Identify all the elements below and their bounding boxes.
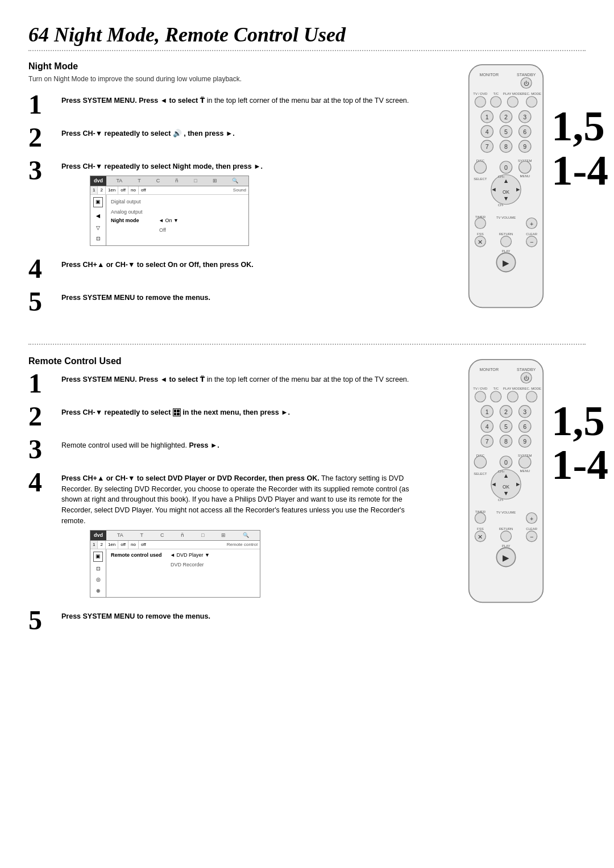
svg-text:SELECT: SELECT: [474, 472, 487, 475]
svg-text:2: 2: [504, 114, 508, 120]
svg-point-74: [507, 391, 518, 402]
step-number-3: 3: [28, 157, 57, 184]
svg-text:2: 2: [504, 408, 508, 415]
svg-text:9: 9: [523, 438, 526, 445]
svg-text:TV / DVD: TV / DVD: [473, 387, 487, 390]
svg-point-99: [519, 456, 531, 468]
svg-text:STANDBY: STANDBY: [517, 368, 536, 372]
svg-point-12: [526, 97, 537, 107]
menu-body: ▣ ◄ ▽ ⊡ Digital output Analog output Nig…: [90, 195, 248, 245]
svg-text:PLAY: PLAY: [502, 249, 511, 253]
svg-point-111: [475, 512, 486, 523]
night-mode-menu-screenshot: dvd TATCn̈□⊞🔍 1 2 1en off no off Sound: [90, 176, 249, 246]
svg-text:SELECT: SELECT: [474, 177, 487, 181]
svg-text:5: 5: [504, 128, 508, 135]
svg-text:⏻: ⏻: [524, 80, 529, 86]
svg-text:1: 1: [486, 114, 489, 120]
svg-text:FSS: FSS: [477, 527, 484, 531]
svg-point-95: [474, 456, 486, 468]
svg-text:−: −: [530, 239, 533, 245]
rc-step-4: 4 Press CH+▲ or CH-▼ to select DVD Playe…: [28, 469, 415, 601]
step-3-content: Press CH-▼ repeatedly to select Night mo…: [61, 157, 263, 249]
svg-text:CH-: CH-: [498, 498, 504, 502]
rc-step-3-content: Remote control used will be highlighted.…: [61, 436, 219, 451]
remote-control-content: Remote Control Used 1 Press SYSTEM MENU.…: [28, 356, 415, 640]
svg-point-57: [501, 236, 512, 247]
menu-header: dvd TATCn̈□⊞🔍: [90, 176, 248, 187]
svg-text:◄: ◄: [491, 186, 497, 193]
svg-text:0: 0: [504, 459, 508, 466]
svg-text:MONITOR: MONITOR: [480, 73, 499, 77]
section-divider: [28, 50, 586, 51]
svg-text:3: 3: [523, 114, 526, 120]
svg-text:FSS: FSS: [477, 232, 484, 236]
svg-text:5: 5: [504, 423, 508, 430]
menu-sidebar: ▣ ◄ ▽ ⊡: [90, 195, 106, 245]
svg-point-9: [475, 97, 486, 107]
remote-illustration-1: MONITOR STANDBY ⏻ TV / DVD T/C PLAY MODE…: [452, 61, 560, 318]
svg-point-36: [519, 161, 531, 173]
svg-text:3: 3: [523, 408, 526, 415]
menu-body-2: ▣ ⊡ ◎ ⊗ Remote control used ◄ DVD Player…: [90, 549, 260, 597]
svg-text:8: 8: [504, 438, 508, 445]
svg-text:4: 4: [486, 423, 489, 430]
svg-text:PLAY MODE: PLAY MODE: [503, 387, 522, 390]
remote-control-title: Remote Control Used: [28, 356, 415, 366]
svg-text:7: 7: [486, 438, 489, 445]
svg-text:8: 8: [504, 143, 508, 150]
rc-step-number-5: 5: [28, 607, 57, 634]
night-mode-step-1: 1 Press SYSTEM MENU. Press ◄ to select T…: [28, 91, 415, 118]
svg-point-72: [475, 391, 486, 402]
svg-text:CLEAR: CLEAR: [526, 527, 537, 531]
svg-text:TV VOLUME: TV VOLUME: [496, 510, 516, 514]
page-title: 64 Night Mode, Remote Control Used: [28, 23, 586, 47]
svg-text:►: ►: [515, 186, 521, 193]
step-5-content: Press SYSTEM MENU to remove the menus.: [61, 288, 210, 303]
night-mode-title: Night Mode: [28, 61, 415, 72]
svg-text:6: 6: [523, 128, 526, 135]
svg-text:1: 1: [486, 408, 489, 415]
rc-step-5-content: Press SYSTEM MENU to remove the menus.: [61, 607, 210, 622]
menu-content: Digital output Analog output Night mode …: [106, 195, 248, 245]
rc-step-2-content: Press CH-▼ repeatedly to select in the n…: [61, 403, 290, 418]
rc-step-1-content: Press SYSTEM MENU. Press ◄ to select T̈ …: [61, 370, 409, 385]
menu-content-2: Remote control used ◄ DVD Player ▼ DVD R…: [106, 549, 260, 597]
svg-point-48: [475, 218, 486, 229]
svg-text:CH-: CH-: [498, 203, 504, 207]
svg-text:PLAY MODE: PLAY MODE: [503, 92, 522, 95]
rc-remote-area: MONITOR STANDBY ⏻ TV / DVD T/C PLAY MODE…: [426, 356, 586, 640]
svg-text:+: +: [530, 220, 533, 227]
svg-text:◄: ◄: [491, 481, 497, 487]
svg-text:OK: OK: [503, 484, 509, 490]
svg-point-75: [526, 391, 537, 402]
svg-text:7: 7: [486, 143, 489, 150]
svg-point-11: [507, 97, 518, 107]
svg-text:CH+: CH+: [498, 175, 505, 178]
svg-text:0: 0: [504, 164, 508, 171]
step-number-4: 4: [28, 255, 57, 282]
night-mode-step-5: 5 Press SYSTEM MENU to remove the menus.: [28, 288, 415, 315]
svg-text:▶: ▶: [503, 553, 509, 562]
night-mode-step-4: 4 Press CH+▲ or CH-▼ to select On or Off…: [28, 255, 415, 282]
svg-text:−: −: [530, 533, 533, 540]
svg-point-120: [501, 531, 512, 541]
remote-illustration-2: MONITOR STANDBY ⏻ TV / DVD T/C PLAY MODE…: [452, 356, 560, 612]
step-number-2: 2: [28, 124, 57, 151]
big-numbers-2: 1,5 1-4: [551, 402, 608, 484]
step-2-content: Press CH-▼ repeatedly to select 🔊 , then…: [61, 124, 235, 139]
svg-text:REC. MODE: REC. MODE: [522, 92, 541, 95]
svg-text:►: ►: [515, 481, 521, 487]
rc-step-3: 3 Remote control used will be highlighte…: [28, 436, 415, 463]
svg-text:CLEAR: CLEAR: [526, 232, 537, 236]
svg-text:MONITOR: MONITOR: [480, 368, 499, 372]
svg-text:TV / DVD: TV / DVD: [473, 92, 487, 95]
night-mode-subtitle: Turn on Night Mode to improve the sound …: [28, 75, 415, 83]
svg-text:MENU: MENU: [520, 469, 530, 473]
svg-text:▼: ▼: [503, 489, 509, 496]
night-mode-step-3: 3 Press CH-▼ repeatedly to select Night …: [28, 157, 415, 249]
svg-text:6: 6: [523, 423, 526, 430]
svg-text:✕: ✕: [478, 239, 483, 245]
rc-step-1: 1 Press SYSTEM MENU. Press ◄ to select T…: [28, 370, 415, 397]
step-4-content: Press CH+▲ or CH-▼ to select On or Off, …: [61, 255, 254, 270]
night-mode-content: Night Mode Turn on Night Mode to improve…: [28, 61, 415, 321]
